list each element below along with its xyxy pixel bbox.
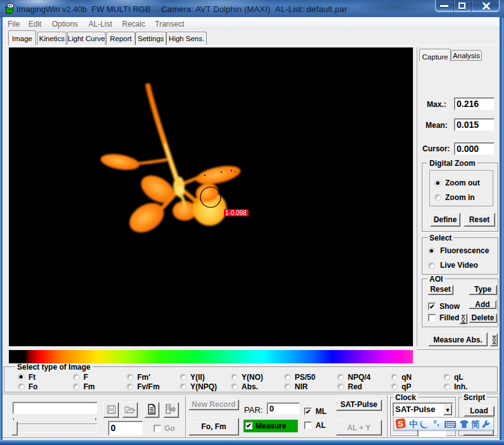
svg-text:1-0.098: 1-0.098 [225, 210, 247, 216]
svg-text:中: 中 [409, 419, 418, 429]
svg-text:,: , [437, 418, 439, 427]
svg-text:简: 简 [470, 419, 480, 429]
svg-text:S: S [398, 419, 403, 429]
